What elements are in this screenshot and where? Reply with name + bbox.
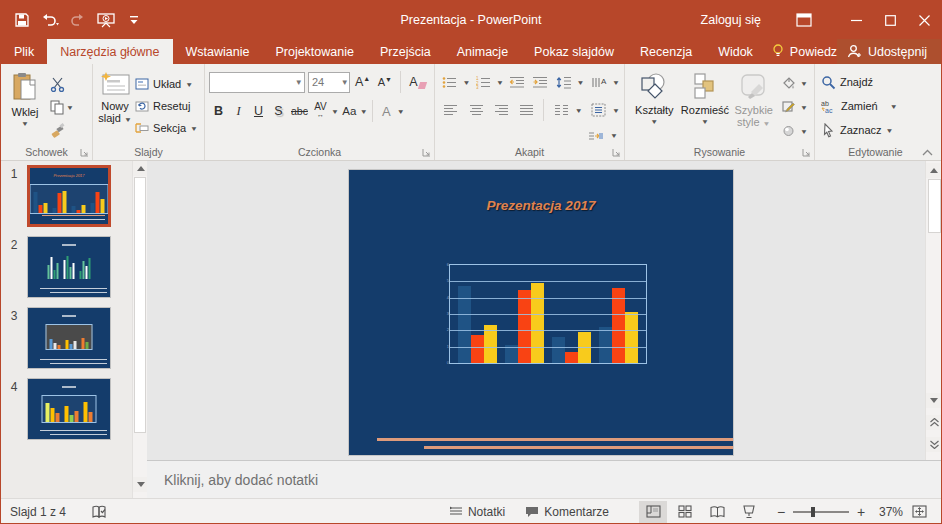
notes-toggle[interactable]: Notatki — [439, 499, 515, 524]
proofing-icon[interactable] — [92, 505, 108, 519]
slide-canvas[interactable]: Prezentacja 2017 6543210 — [147, 161, 925, 460]
arrange-button[interactable]: Rozmieść ▼ — [680, 70, 731, 144]
paragraph-dialog-launcher-icon[interactable] — [612, 148, 621, 157]
select-button[interactable]: Zaznacz ▼ — [819, 118, 932, 142]
justify-button[interactable] — [515, 99, 538, 121]
zoom-out-icon[interactable]: − — [775, 504, 787, 520]
change-case-caret-icon[interactable]: ▼ — [360, 107, 368, 114]
zoom-slider-thumb[interactable] — [811, 507, 815, 517]
clear-formatting-button[interactable]: A — [407, 72, 427, 93]
new-slide-button[interactable]: Nowy slajd ▼ — [97, 70, 133, 144]
shape-fill-button[interactable]: ▼ — [779, 72, 810, 94]
tab-pokaz-slajdów[interactable]: Pokaz slajdów — [521, 39, 627, 64]
tab-wstawianie[interactable]: Wstawianie — [173, 39, 263, 64]
zoom-in-icon[interactable]: + — [855, 504, 867, 520]
shapes-button[interactable]: Kształty ▼ — [629, 70, 680, 144]
line-spacing-caret-icon[interactable]: ▼ — [577, 78, 585, 85]
editor-scrollbar-thumb[interactable] — [928, 179, 941, 233]
editor-scroll-down-icon[interactable] — [926, 393, 942, 408]
paste-button[interactable]: Wklej ▼ — [5, 70, 45, 144]
redo-icon[interactable] — [65, 7, 91, 33]
shape-outline-button[interactable]: ▼ — [779, 96, 810, 118]
align-text-caret-icon[interactable]: ▼ — [612, 106, 620, 113]
current-slide[interactable]: Prezentacja 2017 6543210 — [348, 169, 734, 456]
character-spacing-caret-icon[interactable]: ▼ — [331, 107, 339, 114]
font-name-input[interactable] — [210, 73, 293, 92]
reset-button[interactable]: Resetuj — [133, 95, 200, 117]
character-spacing-button[interactable]: AV↔ — [311, 101, 330, 122]
maximize-button[interactable] — [873, 1, 907, 39]
bullets-button[interactable] — [439, 71, 461, 93]
convert-smartart-button[interactable] — [584, 125, 608, 147]
close-button[interactable] — [907, 1, 941, 39]
view-reading-button[interactable] — [703, 501, 731, 523]
format-painter-button[interactable] — [45, 119, 69, 141]
italic-button[interactable]: I — [229, 101, 248, 122]
fit-slide-to-window-icon[interactable] — [905, 501, 933, 523]
shape-effects-button[interactable]: ▼ — [779, 120, 810, 142]
font-name-combobox[interactable]: ▼ — [209, 72, 305, 93]
thumbnail-scrollbar[interactable] — [132, 161, 147, 498]
collapse-ribbon-icon[interactable] — [922, 149, 933, 156]
line-spacing-button[interactable] — [553, 71, 575, 93]
font-name-caret-icon[interactable]: ▼ — [293, 78, 304, 87]
undo-icon[interactable] — [37, 7, 63, 33]
view-slideshow-button[interactable] — [735, 501, 763, 523]
slide-thumbnail-2[interactable] — [27, 236, 111, 298]
thumb-scroll-down-icon[interactable] — [133, 477, 148, 492]
columns-button[interactable] — [549, 99, 572, 121]
tab-animacje[interactable]: Animacje — [444, 39, 521, 64]
tab-recenzja[interactable]: Recenzja — [627, 39, 705, 64]
align-left-button[interactable] — [439, 99, 462, 121]
grow-font-button[interactable]: A▲ — [353, 72, 372, 93]
thumb-scroll-up-icon[interactable] — [133, 161, 148, 176]
share-button[interactable]: Udostępnij — [837, 39, 941, 64]
bold-button[interactable]: B — [209, 101, 228, 122]
notes-pane[interactable]: Kliknij, aby dodać notatki — [147, 460, 941, 498]
section-button[interactable]: Sekcja▼ — [133, 117, 200, 139]
copy-button[interactable]: ▼ — [45, 96, 79, 118]
editor-scroll-up-icon[interactable] — [926, 163, 942, 178]
tab-projektowanie[interactable]: Projektowanie — [262, 39, 367, 64]
slide-thumbnail-4[interactable] — [27, 378, 111, 440]
zoom-level[interactable]: 37% — [871, 505, 903, 519]
slide-thumbnail-3[interactable] — [27, 307, 111, 369]
editor-scrollbar[interactable] — [925, 161, 941, 460]
tell-me-button[interactable]: Powiedz i — [766, 39, 837, 64]
align-text-button[interactable] — [587, 99, 610, 121]
font-size-input[interactable] — [309, 73, 339, 92]
align-center-button[interactable] — [464, 99, 487, 121]
tab-narzędzia-główne[interactable]: Narzędzia główne — [47, 39, 172, 64]
font-color-button[interactable]: A — [377, 101, 396, 122]
convert-smartart-caret-icon[interactable]: ▼ — [610, 132, 618, 139]
shrink-font-button[interactable]: A▼ — [375, 72, 394, 93]
strikethrough-button[interactable]: abc — [289, 101, 310, 122]
previous-slide-icon[interactable] — [926, 415, 942, 430]
slide-chart[interactable]: 6543210 — [449, 264, 647, 364]
minimize-button[interactable] — [839, 1, 873, 39]
text-direction-caret-icon[interactable]: ▼ — [612, 78, 620, 85]
drawing-dialog-launcher-icon[interactable] — [802, 148, 811, 157]
zoom-slider[interactable] — [793, 511, 849, 513]
ribbon-display-options-icon[interactable] — [787, 1, 821, 39]
tab-widok[interactable]: Widok — [705, 39, 766, 64]
find-button[interactable]: Znajdź — [819, 70, 932, 94]
comments-toggle[interactable]: Komentarze — [515, 499, 619, 524]
quick-styles-button[interactable]: Szybkiestyle ▼ — [730, 70, 777, 144]
view-normal-button[interactable] — [639, 501, 667, 523]
thumbnail-scrollbar-thumb[interactable] — [134, 177, 146, 433]
clipboard-dialog-launcher-icon[interactable] — [80, 148, 89, 157]
layout-button[interactable]: Układ▼ — [133, 73, 200, 95]
tab-plik[interactable]: Plik — [1, 39, 47, 64]
cut-button[interactable] — [45, 73, 69, 95]
decrease-indent-button[interactable] — [506, 71, 528, 93]
sign-in-link[interactable]: Zaloguj się — [701, 13, 761, 27]
tab-przejścia[interactable]: Przejścia — [367, 39, 444, 64]
increase-indent-button[interactable] — [529, 71, 551, 93]
text-shadow-button[interactable]: S — [269, 101, 288, 122]
text-direction-button[interactable]: A — [589, 71, 611, 93]
view-slide-sorter-button[interactable] — [671, 501, 699, 523]
font-size-caret-icon[interactable]: ▼ — [339, 78, 349, 87]
slide-counter[interactable]: Slajd 1 z 4 — [10, 505, 66, 519]
align-right-button[interactable] — [490, 99, 513, 121]
